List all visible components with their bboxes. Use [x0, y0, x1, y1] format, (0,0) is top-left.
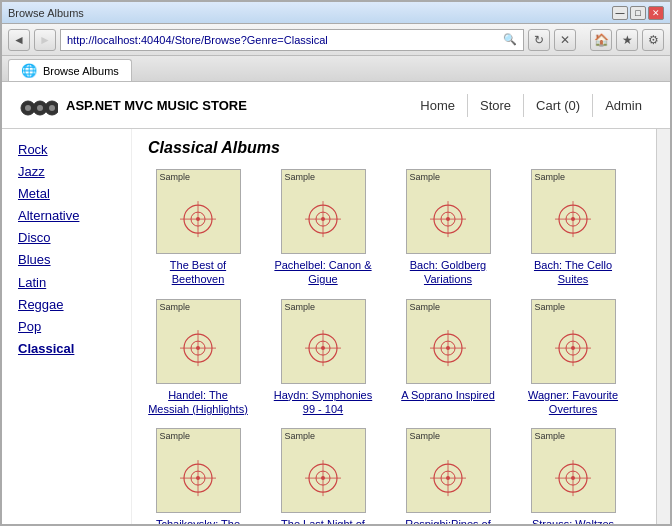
address-text: http://localhost:40404/Store/Browse?Genr… [67, 34, 499, 46]
album-crosshair-icon [553, 199, 593, 242]
album-title[interactable]: The Best of Beethoven [148, 258, 248, 287]
album-title[interactable]: Haydn: Symphonies 99 - 104 [273, 388, 373, 417]
main-content: Classical Albums Sample The Best of Beet… [132, 129, 656, 524]
album-title[interactable]: The Last Night of the Proms [273, 517, 373, 524]
heading-suffix: Albums [217, 139, 280, 156]
address-search-icon: 🔍 [503, 33, 517, 46]
forward-button[interactable]: ► [34, 29, 56, 51]
album-cover: Sample [531, 169, 616, 254]
album-item: Sample Pachelbel: Canon & Gigue [273, 169, 373, 287]
album-sample-label: Sample [282, 170, 365, 184]
album-cover: Sample [531, 299, 616, 384]
nav-home[interactable]: Home [408, 94, 467, 117]
album-crosshair-icon [553, 328, 593, 371]
favorites-button[interactable]: ★ [616, 29, 638, 51]
tools-button[interactable]: ⚙ [642, 29, 664, 51]
nav-store[interactable]: Store [467, 94, 523, 117]
minimize-button[interactable]: — [612, 6, 628, 20]
nav-links: Home Store Cart (0) Admin [408, 94, 654, 117]
active-tab[interactable]: 🌐 Browse Albums [8, 59, 132, 81]
sidebar-item-pop[interactable]: Pop [18, 316, 115, 338]
nav-admin[interactable]: Admin [592, 94, 654, 117]
album-item: Sample Wagner: Favourite Overtures [523, 299, 623, 417]
album-item: Sample Respighi:Pines of Rome [398, 428, 498, 524]
album-cover: Sample [281, 299, 366, 384]
scrollbar[interactable] [656, 129, 670, 524]
nav-bar: ◄ ► http://localhost:40404/Store/Browse?… [2, 24, 670, 56]
logo-area: ASP.NET MVC MUSIC STORE [18, 90, 247, 120]
maximize-button[interactable]: □ [630, 6, 646, 20]
album-item: Sample A Soprano Inspired [398, 299, 498, 417]
album-title[interactable]: Tchaikovsky: The Nutcracker [148, 517, 248, 524]
content-area: Rock Jazz Metal Alternative Disco Blues … [2, 129, 670, 524]
sidebar-item-disco[interactable]: Disco [18, 227, 115, 249]
site-header: ASP.NET MVC MUSIC STORE Home Store Cart … [2, 82, 670, 129]
album-item: Sample Bach: The Cello Suites [523, 169, 623, 287]
title-bar: Browse Albums — □ ✕ [2, 2, 670, 24]
album-title[interactable]: Respighi:Pines of Rome [398, 517, 498, 524]
sidebar-item-jazz[interactable]: Jazz [18, 161, 115, 183]
home-nav-button[interactable]: 🏠 [590, 29, 612, 51]
album-sample-label: Sample [282, 300, 365, 314]
album-crosshair-icon [178, 199, 218, 242]
svg-point-3 [37, 105, 43, 111]
window-title: Browse Albums [8, 7, 84, 19]
sidebar: Rock Jazz Metal Alternative Disco Blues … [2, 129, 132, 524]
album-crosshair-icon [428, 199, 468, 242]
sidebar-item-alternative[interactable]: Alternative [18, 205, 115, 227]
album-item: Sample Strauss: Waltzes [523, 428, 623, 524]
album-crosshair-icon [178, 328, 218, 371]
album-cover: Sample [406, 169, 491, 254]
nav-cart[interactable]: Cart (0) [523, 94, 592, 117]
page-heading: Classical Albums [148, 139, 640, 157]
site-title: ASP.NET MVC MUSIC STORE [66, 98, 247, 113]
album-sample-label: Sample [407, 429, 490, 443]
svg-point-1 [25, 105, 31, 111]
album-title[interactable]: A Soprano Inspired [401, 388, 495, 402]
album-title[interactable]: Bach: The Cello Suites [523, 258, 623, 287]
album-crosshair-icon [553, 458, 593, 501]
window-controls: — □ ✕ [612, 6, 664, 20]
sidebar-item-rock[interactable]: Rock [18, 139, 115, 161]
back-button[interactable]: ◄ [8, 29, 30, 51]
album-sample-label: Sample [407, 300, 490, 314]
sidebar-item-reggae[interactable]: Reggae [18, 294, 115, 316]
album-sample-label: Sample [532, 429, 615, 443]
album-sample-label: Sample [282, 429, 365, 443]
album-cover: Sample [156, 169, 241, 254]
album-crosshair-icon [303, 199, 343, 242]
refresh-button[interactable]: ↻ [528, 29, 550, 51]
sidebar-item-latin[interactable]: Latin [18, 272, 115, 294]
address-bar[interactable]: http://localhost:40404/Store/Browse?Genr… [60, 29, 524, 51]
tab-bar: 🌐 Browse Albums [2, 56, 670, 82]
album-item: Sample The Best of Beethoven [148, 169, 248, 287]
album-cover: Sample [406, 428, 491, 513]
heading-genre: Classical [148, 139, 217, 156]
browser-frame: Browse Albums — □ ✕ ◄ ► http://localhost… [0, 0, 672, 526]
album-item: Sample The Last Night of the Proms [273, 428, 373, 524]
album-title[interactable]: Bach: Goldberg Variations [398, 258, 498, 287]
album-crosshair-icon [303, 458, 343, 501]
sidebar-item-blues[interactable]: Blues [18, 249, 115, 271]
album-cover: Sample [281, 169, 366, 254]
album-title[interactable]: Handel: The Messiah (Highlights) [148, 388, 248, 417]
album-sample-label: Sample [532, 170, 615, 184]
album-crosshair-icon [428, 458, 468, 501]
album-title[interactable]: Strauss: Waltzes [532, 517, 614, 524]
album-cover: Sample [406, 299, 491, 384]
close-button[interactable]: ✕ [648, 6, 664, 20]
sidebar-item-metal[interactable]: Metal [18, 183, 115, 205]
sidebar-item-classical[interactable]: Classical [18, 338, 115, 360]
album-title[interactable]: Pachelbel: Canon & Gigue [273, 258, 373, 287]
stop-button[interactable]: ✕ [554, 29, 576, 51]
album-sample-label: Sample [407, 170, 490, 184]
album-title[interactable]: Wagner: Favourite Overtures [523, 388, 623, 417]
album-cover: Sample [156, 428, 241, 513]
album-crosshair-icon [303, 328, 343, 371]
album-sample-label: Sample [157, 300, 240, 314]
album-sample-label: Sample [157, 170, 240, 184]
album-cover: Sample [156, 299, 241, 384]
album-item: Sample Handel: The Messiah (Highlights) [148, 299, 248, 417]
tab-title: Browse Albums [43, 65, 119, 77]
album-crosshair-icon [428, 328, 468, 371]
